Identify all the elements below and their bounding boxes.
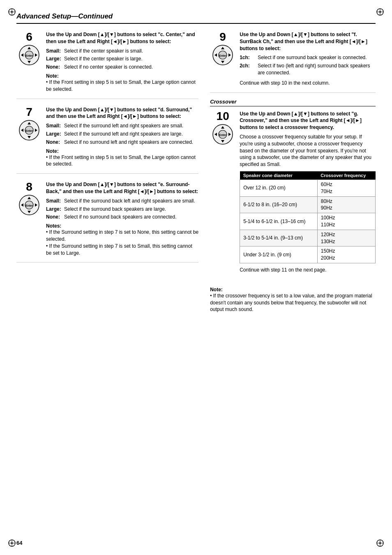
table-row: Over 12 in. (20 cm)60Hz 70Hz	[240, 180, 376, 196]
table-row: 6-1/2 to 8 in. (16–20 cm)80Hz 90Hz	[240, 196, 376, 213]
step-8-content: Use the Up and Down [▲]/[▼] buttons to s…	[46, 181, 198, 256]
step-6-block: 6 Enter ☞	[16, 31, 198, 99]
step-6-number: 6	[26, 31, 32, 43]
step-10-description: Choose a crossover frequency suitable fo…	[240, 134, 376, 168]
step-7-left: 7 Enter	[16, 106, 42, 168]
step-6-option-small: Small: Select if the center speaker is s…	[46, 48, 198, 55]
step-6-note: Note: • If the Front setting in step 5 i…	[46, 73, 198, 93]
table-row: Under 3-1/2 in. (9 cm)150Hz 200Hz	[240, 246, 376, 263]
step-9-continue: Continue with step 10 in the next column…	[240, 80, 376, 87]
step-10-number: 10	[217, 111, 229, 122]
step-8-option-large: Large: Select if the surround back speak…	[46, 206, 198, 213]
svg-text:Enter: Enter	[219, 54, 226, 57]
corner-mark-br	[376, 539, 385, 548]
step-8-block: 8 Enter Use the Up and Down [▲]/[▼] butt…	[16, 181, 198, 263]
step-9-enter-button: Enter	[212, 44, 233, 66]
step-6-enter-button: Enter ☞	[18, 44, 40, 66]
crossover-table-header-freq: Crossover frequency	[317, 171, 375, 180]
step-10-left: 10 Enter	[210, 111, 235, 274]
step-8-number: 8	[26, 181, 32, 193]
crossover-table-header-cone: Speaker cone diameter	[240, 171, 318, 180]
step-9-option-2ch: 2ch: Select if two (left and right) surr…	[240, 62, 376, 76]
crossover-note: Note: • If the crossover frequency is se…	[210, 287, 376, 313]
table-row: 3-1/2 to 5-1/4 in. (9–13 cm)120Hz 130Hz	[240, 230, 376, 246]
step-8-option-small: Small: Select if the surround back left …	[46, 198, 198, 205]
step-8-option-none: None: Select if no surround back speaker…	[46, 214, 198, 221]
left-column: 6 Enter ☞	[16, 31, 198, 313]
step-9-title: Use the Up and Down [▲]/[▼] buttons to s…	[240, 31, 376, 52]
page-number: 64	[16, 540, 22, 546]
page-header: Advanced Setup—Continued	[16, 12, 376, 24]
step-10-continue: Continue with step 11 on the next page.	[240, 267, 376, 274]
step-9-left: 9 Enter	[210, 31, 235, 87]
page-title: Advanced Setup—Continued	[16, 12, 113, 20]
step-9-block: 9 Enter Use the Up and Down [▲]/[▼] butt…	[210, 31, 376, 93]
step-6-content: Use the Up and Down [▲]/[▼] buttons to s…	[46, 31, 198, 93]
corner-mark-tl	[7, 7, 16, 16]
right-column: 9 Enter Use the Up and Down [▲]/[▼] butt…	[210, 31, 376, 313]
crossover-section-title: Crossover	[210, 99, 376, 106]
step-10-enter-button: Enter	[212, 124, 233, 145]
step-6-option-none: None: Select if no center speaker is con…	[46, 64, 198, 71]
svg-text:Enter: Enter	[219, 134, 226, 136]
corner-mark-tr	[376, 7, 385, 16]
step-9-number: 9	[219, 31, 226, 43]
crossover-table: Speaker cone diameter Crossover frequenc…	[240, 171, 376, 263]
step-8-title: Use the Up and Down [▲]/[▼] buttons to s…	[46, 181, 198, 195]
step-8-enter-button: Enter	[18, 194, 40, 216]
step-10-block: 10 Enter Use the Up and Down [▲]/[▼] but…	[210, 111, 376, 279]
main-content: 6 Enter ☞	[16, 31, 376, 313]
step-6-option-large: Large: Select if the center speaker is l…	[46, 55, 198, 62]
step-7-option-small: Small: Select if the surround left and r…	[46, 122, 198, 129]
svg-text:Enter: Enter	[25, 129, 33, 132]
step-10-content: Use the Up and Down [▲]/[▼] buttons to s…	[240, 111, 376, 274]
step-6-title: Use the Up and Down [▲]/[▼] buttons to s…	[46, 31, 198, 45]
svg-text:Enter: Enter	[25, 204, 33, 207]
step-7-number: 7	[26, 106, 32, 118]
step-10-title: Use the Up and Down [▲]/[▼] buttons to s…	[240, 111, 376, 131]
svg-text:Enter: Enter	[25, 54, 33, 57]
step-7-note: Note: • If the Front setting in step 5 i…	[46, 148, 198, 168]
step-7-option-none: None: Select if no surround left and rig…	[46, 139, 198, 146]
table-row: 5-1/4 to 6-1/2 in. (13–16 cm)100Hz 110Hz	[240, 213, 376, 230]
step-9-option-1ch: 1ch: Select if one surround back speaker…	[240, 54, 376, 61]
step-7-option-large: Large: Select if the surround left and r…	[46, 131, 198, 138]
step-8-note: Notes: • If the Surround setting in step…	[46, 223, 198, 256]
step-7-enter-button: Enter	[18, 120, 40, 141]
step-7-block: 7 Enter Use the Up and Down [▲]/[▼] butt…	[16, 106, 198, 174]
corner-mark-bl	[7, 539, 16, 548]
step-6-left: 6 Enter ☞	[16, 31, 42, 93]
step-7-content: Use the Up and Down [▲]/[▼] buttons to s…	[46, 106, 198, 168]
step-8-left: 8 Enter	[16, 181, 42, 256]
step-7-title: Use the Up and Down [▲]/[▼] buttons to s…	[46, 106, 198, 120]
step-9-content: Use the Up and Down [▲]/[▼] buttons to s…	[240, 31, 376, 87]
